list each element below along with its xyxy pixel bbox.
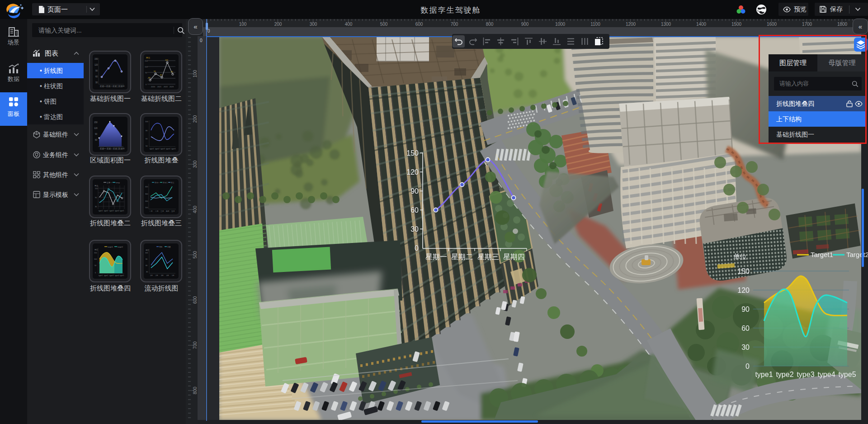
svg-text:800: 800 [486, 22, 494, 27]
svg-text:60: 60 [95, 76, 98, 78]
svg-text:target2: target2 [118, 246, 123, 248]
svg-text:type1: type1 [755, 371, 773, 378]
svg-text:100: 100 [145, 252, 148, 254]
svg-text:300: 300 [193, 160, 198, 168]
svg-text:类别一: 类别一 [155, 181, 160, 184]
svg-text:700: 700 [451, 22, 458, 27]
svg-text:单位: 单位 [94, 185, 98, 187]
svg-text:4月: 4月 [166, 275, 169, 276]
svg-text:500: 500 [193, 251, 198, 258]
svg-text:120: 120 [737, 286, 750, 294]
svg-text:二月: 二月 [155, 210, 159, 212]
svg-text:100: 100 [145, 207, 148, 209]
svg-text:0: 0 [95, 272, 96, 274]
svg-text:type1: type1 [150, 148, 155, 150]
svg-text:type2: type2 [104, 210, 108, 212]
svg-text:Target2: Target2 [846, 251, 868, 258]
svg-text:单位: 单位 [146, 249, 149, 251]
svg-text:30: 30 [95, 81, 98, 84]
svg-text:60: 60 [146, 265, 147, 267]
svg-text:星期三: 星期三 [477, 253, 499, 261]
svg-text:140: 140 [165, 59, 168, 61]
svg-text:60: 60 [741, 324, 750, 332]
svg-text:指标: 指标 [159, 246, 163, 248]
svg-text:150: 150 [95, 188, 98, 190]
svg-text:50: 50 [145, 71, 147, 74]
svg-text:2020: 2020 [151, 86, 156, 88]
svg-text:0: 0 [745, 362, 750, 370]
svg-text:90: 90 [95, 133, 98, 135]
svg-text:type4: type4 [115, 210, 119, 212]
svg-text:1500: 1500 [731, 22, 742, 27]
svg-text:星期一: 星期一 [99, 148, 106, 150]
svg-text:1月: 1月 [150, 275, 153, 276]
svg-text:单位: 单位 [733, 252, 747, 260]
svg-text:30: 30 [95, 206, 97, 208]
svg-text:300: 300 [310, 22, 317, 27]
svg-text:90: 90 [95, 197, 97, 199]
svg-text:200: 200 [145, 200, 148, 202]
svg-text:一月: 一月 [149, 210, 153, 212]
svg-text:150: 150 [94, 252, 97, 254]
svg-text:星期二: 星期二 [106, 148, 113, 150]
svg-text:500: 500 [380, 22, 388, 27]
svg-text:2月: 2月 [156, 275, 158, 276]
svg-text:600: 600 [415, 22, 423, 27]
svg-text:1000: 1000 [555, 22, 566, 27]
svg-text:type5: type5 [171, 148, 176, 150]
svg-text:target1: target1 [108, 246, 113, 248]
svg-text:60: 60 [146, 138, 148, 140]
svg-text:type4: type4 [166, 148, 171, 150]
svg-text:temp: temp [116, 181, 120, 184]
svg-text:90: 90 [95, 70, 98, 72]
svg-text:1100: 1100 [590, 22, 600, 27]
svg-text:100: 100 [193, 70, 198, 77]
svg-text:5月: 5月 [172, 275, 175, 276]
svg-text:120: 120 [94, 127, 98, 129]
svg-text:type5: type5 [120, 210, 124, 212]
svg-text:800: 800 [193, 386, 198, 394]
svg-text:type4: type4 [817, 371, 835, 378]
svg-text:30: 30 [410, 225, 419, 233]
svg-text:100: 100 [94, 258, 97, 260]
svg-text:Target1: Target1 [811, 251, 833, 258]
svg-text:2021: 2021 [157, 86, 162, 88]
svg-text:四月: 四月 [166, 210, 170, 212]
svg-text:类三: 类三 [171, 181, 175, 184]
svg-text:type1: type1 [99, 210, 103, 212]
svg-text:type3: type3 [797, 371, 814, 378]
svg-text:100: 100 [145, 120, 148, 123]
svg-text:type1: type1 [99, 275, 103, 276]
svg-text:星期三: 星期三 [112, 85, 119, 87]
svg-text:0: 0 [146, 83, 147, 86]
svg-text:星期四: 星期四 [503, 253, 525, 261]
svg-text:1300: 1300 [661, 22, 671, 27]
svg-text:星期四: 星期四 [118, 148, 125, 150]
svg-text:1400: 1400 [696, 22, 707, 27]
svg-text:120: 120 [406, 168, 419, 176]
svg-text:150: 150 [737, 267, 750, 275]
svg-text:type4: type4 [115, 275, 119, 276]
svg-text:1800: 1800 [837, 22, 848, 27]
svg-text:50: 50 [94, 265, 96, 267]
svg-text:type5: type5 [838, 371, 856, 378]
svg-text:星期二: 星期二 [106, 85, 113, 87]
svg-text:星期二: 星期二 [451, 253, 473, 261]
svg-text:400: 400 [193, 205, 198, 213]
svg-text:type3: type3 [109, 275, 113, 276]
svg-text:50: 50 [146, 145, 148, 147]
svg-text:150: 150 [94, 58, 98, 60]
svg-text:流量: 流量 [167, 246, 171, 248]
svg-text:2022: 2022 [164, 86, 168, 88]
svg-text:120: 120 [94, 64, 98, 66]
svg-text:600: 600 [193, 296, 198, 304]
svg-text:150: 150 [145, 60, 148, 62]
svg-text:星期一: 星期一 [99, 85, 106, 87]
svg-text:三月: 三月 [160, 210, 164, 212]
svg-text:40: 40 [146, 271, 148, 273]
svg-text:type5: type5 [120, 275, 124, 276]
svg-text:1700: 1700 [802, 22, 812, 27]
svg-text:100: 100 [239, 22, 247, 27]
svg-text:星期一: 星期一 [425, 253, 447, 261]
svg-text:五月: 五月 [171, 210, 175, 212]
